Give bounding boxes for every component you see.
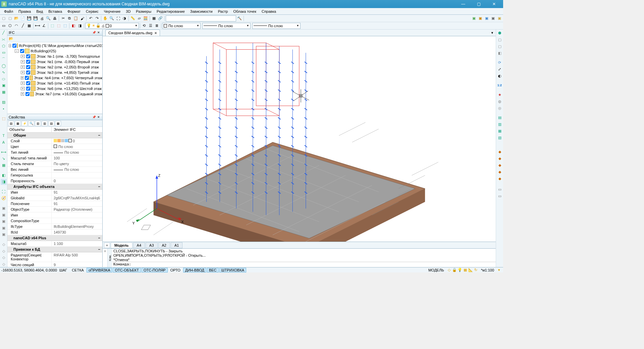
collapse-icon[interactable]: − [98,185,100,189]
cat-nano[interactable]: nanoCAD x64 Plus− [7,235,102,241]
tree-storey[interactable]: +Этаж: №3 (отм. +4,850) Третий этаж [7,70,102,75]
prop-row[interactable]: IfcTypeIfcBuildingElementProxy [7,224,102,230]
menu-Файл[interactable]: Файл [1,9,16,14]
tree-checkbox[interactable] [20,49,24,53]
prop-row[interactable]: Стиль печатиПо цвету [7,161,102,167]
tab-layout[interactable]: A2 [158,242,170,248]
layer-iso-icon[interactable]: ◨ [77,23,83,29]
light-icon[interactable]: ★ [497,92,503,98]
sect2-icon[interactable]: ▥ [497,121,503,127]
linetype-combo[interactable]: По слою▼ [202,23,251,29]
collapse-icon[interactable]: − [15,49,19,53]
view-iso-icon[interactable]: ◧ [497,50,503,56]
view-top-icon[interactable]: ⬢ [497,30,503,36]
prop-value[interactable]: RIFAR Alp 500 [52,252,102,262]
menu-Справка[interactable]: Справка [259,9,279,14]
print-icon[interactable]: 🖨 [39,15,45,21]
prop-value[interactable]: 149730 [52,230,102,235]
prop-value[interactable]: 9 [52,262,102,267]
mod4-icon[interactable]: ◆ [497,169,503,175]
tree-checkbox[interactable] [12,44,16,48]
cat-general[interactable]: Общие− [7,133,102,138]
ifc-tree[interactable]: − IfcProject(#6) ("E:\Мои документы\Мои … [7,42,102,114]
status-toggle-ШАГ[interactable]: ШАГ [57,268,69,272]
tab-layout[interactable]: A3 [146,242,157,248]
drawing-canvas[interactable]: Z X Y [103,36,496,242]
expand-icon[interactable]: + [21,92,24,96]
prop-row[interactable]: Число секций9 [7,262,102,267]
saveall-icon[interactable]: 💾 [33,15,39,21]
prop-value[interactable]: 91 [52,190,102,195]
pan-icon[interactable]: ✋ [102,15,108,21]
prop-row[interactable]: Гиперссылка [7,172,102,178]
minimize-button[interactable]: — [455,0,471,8]
color-combo[interactable]: По слою▼ [162,23,201,29]
mod3-icon[interactable]: ◆ [497,162,503,168]
tree-checkbox[interactable] [26,70,30,74]
group1-icon[interactable]: ▣ [1,205,7,211]
prop-row[interactable]: Имя91 [7,190,102,195]
render-icon[interactable]: ◎ [497,105,503,111]
menu-Черчение[interactable]: Черчение [101,9,123,14]
tab-layout[interactable]: A4 [133,242,145,248]
new-icon[interactable]: ▢ [1,15,7,21]
status-toggle-ОТС-ОБЪЕКТ[interactable]: ОТС-ОБЪЕКТ [113,268,141,272]
tab-model[interactable]: Модель [111,242,132,248]
tree-checkbox[interactable] [26,87,30,91]
match-props-icon[interactable]: 🖌 [79,15,85,21]
circle-icon[interactable]: ◯ [1,63,7,69]
ungroup-icon[interactable]: ⬚ [56,23,62,29]
scale-dd-icon[interactable]: ▾ [497,268,501,272]
rect-icon[interactable]: ▭ [1,50,7,56]
panel-close-icon[interactable]: ✕ [96,30,101,35]
expand-icon[interactable]: + [21,55,25,58]
measure-dist-icon[interactable]: 📏 [130,15,136,21]
sect1-icon[interactable]: ▤ [497,114,503,120]
pp-t1[interactable]: ▤ [8,121,14,126]
menu-Редактирование[interactable]: Редактирование [154,9,187,14]
prop-row[interactable]: Вес линийПо слою [7,167,102,172]
zoom-extent-icon[interactable]: ⛶ [115,15,121,21]
tree-storey[interactable]: +Этаж: №1 (отм. -0,800) Первый этаж [7,59,102,64]
tree-checkbox[interactable] [26,60,30,64]
view-front-icon[interactable]: ▢ [497,37,503,43]
view-side-icon[interactable]: ▢ [497,43,503,49]
cat-db[interactable]: Привязки к БД− [7,247,102,252]
prop-value[interactable]: IfcBuildingElementProxy [52,224,102,229]
prop-value[interactable]: 2g6lCrqfP7suMXmSLnaHq6 [52,195,102,201]
spline-icon[interactable]: ∿ [1,69,7,76]
publish-icon[interactable]: 🖶 [52,15,58,21]
plot-preview-icon[interactable]: 🔍 [45,15,51,21]
sel-rect-icon[interactable]: ▭ [1,23,7,29]
ext5-icon[interactable]: ▣ [496,15,502,21]
pp-t4[interactable]: 🔍 [28,121,34,126]
text-icon[interactable]: T [1,133,7,139]
tab-layout[interactable]: A1 [171,242,182,248]
pp-t3[interactable]: ⚡ [21,121,28,126]
prop-row[interactable]: CompositionType [7,218,102,224]
command-search-input[interactable] [166,15,236,21]
prop-row[interactable]: Масштаб1:100 [7,241,102,247]
prop-row[interactable]: ObjectTypeРадиатор (Отопление) [7,207,102,212]
viewport-icon[interactable]: ⛶ [1,189,7,195]
blocks-icon[interactable]: ▦ [151,15,157,21]
prop-row[interactable]: Имя [7,212,102,218]
prop-value[interactable]: По слою [52,144,102,149]
layer-states-icon[interactable]: ☰ [148,23,154,29]
tree-storey[interactable]: +Этаж: №2 (отм. +2,050) Второй этаж [7,64,102,70]
status-toggle-СЕТКА[interactable]: СЕТКА [70,268,86,272]
iso-icon[interactable]: ◇ [447,268,451,272]
expand-icon[interactable]: + [21,82,25,85]
dim-ang-icon[interactable]: ∠ [41,23,47,29]
tree-checkbox[interactable] [26,54,30,58]
status-toggle-ВЕС[interactable]: ВЕС [207,268,219,272]
pp-t8[interactable]: ▦ [55,121,61,126]
menu-Вставка[interactable]: Вставка [46,9,65,14]
polygon-icon[interactable]: ⬠ [1,43,7,49]
sec2-icon[interactable]: ▭ [497,193,503,199]
pp-t6[interactable]: ▥ [42,121,48,126]
pp-t7[interactable]: ▤ [48,121,54,126]
group-icon[interactable]: ⬚ [49,23,55,29]
mat-icon[interactable]: ◍ [497,98,503,104]
prop-row[interactable]: IfcId149730 [7,230,102,235]
